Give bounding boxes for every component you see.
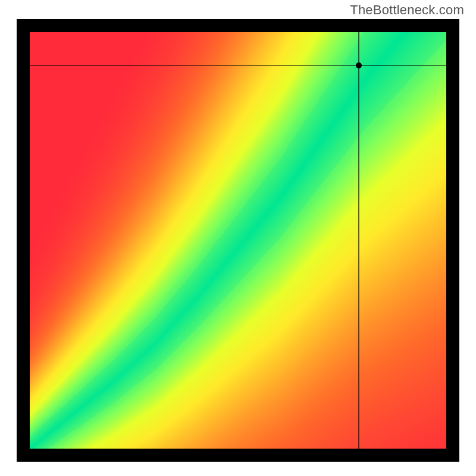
bottleneck-heatmap <box>17 19 459 462</box>
attribution-text: TheBottleneck.com <box>350 2 464 18</box>
heatmap-canvas <box>30 32 446 449</box>
